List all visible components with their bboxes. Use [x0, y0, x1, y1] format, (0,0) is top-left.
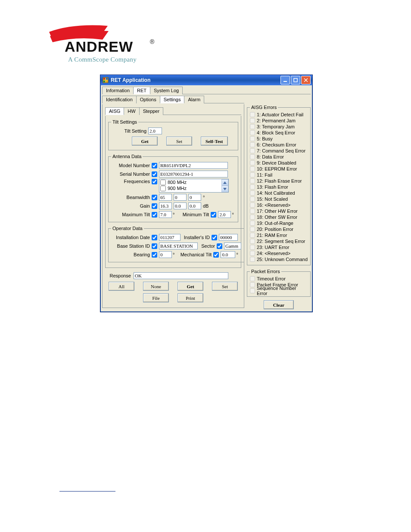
- max-tilt-input[interactable]: [159, 211, 172, 218]
- aisg-error-label: 25: Unknown Command: [257, 257, 308, 262]
- aisg-error-checkbox[interactable]: [250, 136, 255, 141]
- aisg-error-row: 18: Other SW Error: [250, 214, 308, 220]
- tilt-set-button[interactable]: Set: [166, 137, 192, 146]
- close-button[interactable]: [301, 76, 311, 84]
- aisg-error-checkbox[interactable]: [250, 160, 255, 165]
- aisg-error-checkbox[interactable]: [250, 208, 255, 214]
- aisg-error-checkbox[interactable]: [250, 245, 255, 250]
- tab-settings[interactable]: Settings: [160, 96, 185, 103]
- sector-checkbox[interactable]: [217, 243, 222, 249]
- none-button[interactable]: None: [143, 282, 169, 291]
- aisg-error-checkbox[interactable]: [250, 251, 255, 256]
- aisg-error-checkbox[interactable]: [250, 227, 255, 232]
- sector-input[interactable]: [224, 243, 241, 249]
- aisg-error-checkbox[interactable]: [250, 124, 255, 129]
- tab-aisg[interactable]: AISG: [105, 107, 124, 115]
- tilt-setting-input[interactable]: [148, 128, 162, 134]
- aisg-error-row: 19: Out-of-Range: [250, 220, 308, 226]
- titlebar[interactable]: RET Application: [100, 75, 312, 85]
- bearing-label: Bearing: [111, 252, 152, 257]
- tab-hw[interactable]: HW: [124, 107, 139, 115]
- aisg-error-checkbox[interactable]: [250, 190, 255, 196]
- beamwidth-checkbox[interactable]: [152, 195, 157, 200]
- aisg-error-checkbox[interactable]: [250, 196, 255, 202]
- freq-900-checkbox[interactable]: [160, 186, 166, 191]
- aisg-error-checkbox[interactable]: [250, 233, 255, 238]
- serial-number-input[interactable]: [159, 171, 228, 177]
- mech-tilt-input[interactable]: [221, 251, 235, 258]
- beamwidth-input-1[interactable]: [159, 194, 172, 201]
- gain-input-1[interactable]: [159, 202, 172, 209]
- gain-input-2[interactable]: [174, 202, 187, 209]
- max-tilt-checkbox[interactable]: [152, 212, 157, 218]
- gain-input-3[interactable]: [188, 202, 201, 209]
- aisg-error-checkbox[interactable]: [250, 215, 255, 220]
- aisg-error-checkbox[interactable]: [250, 172, 255, 177]
- scroll-up-button[interactable]: [221, 179, 228, 186]
- minimize-button[interactable]: [280, 76, 290, 84]
- tab-alarm[interactable]: Alarm: [184, 96, 204, 103]
- packet-error-checkbox[interactable]: [250, 288, 255, 293]
- model-number-input[interactable]: [159, 162, 228, 169]
- beamwidth-input-3[interactable]: [188, 194, 201, 201]
- file-button[interactable]: File: [143, 293, 169, 302]
- beamwidth-input-2[interactable]: [174, 194, 187, 201]
- min-tilt-input[interactable]: [218, 211, 231, 218]
- print-button[interactable]: Print: [177, 293, 203, 302]
- aisg-error-checkbox[interactable]: [250, 184, 255, 190]
- tab-ret[interactable]: RET: [133, 87, 150, 94]
- get-button[interactable]: Get: [177, 282, 203, 291]
- min-tilt-checkbox[interactable]: [211, 212, 216, 218]
- aisg-error-checkbox[interactable]: [250, 118, 255, 123]
- gain-checkbox[interactable]: [152, 203, 157, 209]
- aisg-error-checkbox[interactable]: [250, 239, 255, 244]
- scroll-down-button[interactable]: [221, 186, 228, 192]
- install-date-input[interactable]: [159, 234, 181, 241]
- tab-identification[interactable]: Identification: [102, 96, 137, 103]
- packet-error-label: Sequence Number Error: [257, 286, 308, 296]
- aisg-error-checkbox[interactable]: [250, 178, 255, 184]
- packet-error-checkbox[interactable]: [250, 282, 255, 287]
- mech-tilt-checkbox[interactable]: [213, 252, 219, 258]
- frequencies-listbox[interactable]: 800 MHz 900 MHz: [159, 179, 229, 193]
- serial-number-checkbox[interactable]: [152, 171, 157, 177]
- aisg-error-checkbox[interactable]: [250, 202, 255, 208]
- tab-system-log[interactable]: System Log: [150, 87, 183, 94]
- aisg-error-checkbox[interactable]: [250, 221, 255, 226]
- aisg-error-checkbox[interactable]: [250, 112, 255, 117]
- self-test-button[interactable]: Self-Test: [201, 137, 228, 146]
- base-station-id-checkbox[interactable]: [152, 243, 157, 249]
- aisg-error-checkbox[interactable]: [250, 257, 255, 262]
- packet-error-checkbox[interactable]: [250, 276, 255, 281]
- frequencies-checkbox[interactable]: [152, 179, 157, 184]
- response-field[interactable]: [134, 272, 228, 279]
- tab-information[interactable]: Information: [102, 87, 134, 94]
- aisg-error-checkbox[interactable]: [250, 148, 255, 153]
- tab-options[interactable]: Options: [136, 96, 160, 103]
- clear-button[interactable]: Clear: [264, 300, 294, 309]
- aisg-error-checkbox[interactable]: [250, 154, 255, 159]
- bearing-checkbox[interactable]: [152, 252, 157, 258]
- install-date-checkbox[interactable]: [152, 235, 157, 240]
- aisg-error-label: 7: Command Seq Error: [257, 148, 305, 153]
- operator-data-group: Operator Data Installation Date Installe…: [108, 226, 244, 262]
- bearing-input[interactable]: [159, 251, 172, 258]
- set-button[interactable]: Set: [212, 282, 238, 291]
- footer-link-underline: [59, 491, 115, 492]
- aisg-error-checkbox[interactable]: [250, 142, 255, 147]
- freq-800-checkbox[interactable]: [160, 180, 166, 185]
- response-label: Response: [105, 273, 134, 278]
- all-button[interactable]: All: [109, 282, 134, 291]
- svg-marker-12: [223, 188, 227, 190]
- maximize-button[interactable]: [291, 76, 300, 84]
- aisg-error-label: 18: Other SW Error: [257, 215, 297, 220]
- installer-id-input[interactable]: [219, 234, 238, 241]
- tilt-get-button[interactable]: Get: [132, 137, 158, 146]
- installer-id-checkbox[interactable]: [212, 235, 217, 240]
- tab-stepper[interactable]: Stepper: [139, 107, 164, 115]
- model-number-checkbox[interactable]: [152, 163, 157, 168]
- svg-text:ANDREW: ANDREW: [65, 38, 133, 55]
- aisg-error-checkbox[interactable]: [250, 130, 255, 135]
- base-station-id-input[interactable]: [159, 243, 198, 249]
- aisg-error-checkbox[interactable]: [250, 166, 255, 171]
